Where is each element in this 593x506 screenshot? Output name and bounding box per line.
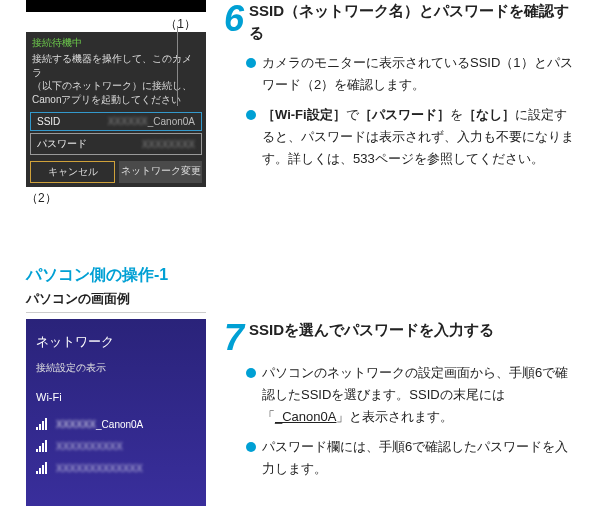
- bullet-dot-icon: [246, 58, 256, 68]
- step-6-title: SSID（ネットワーク名）とパスワードを確認する: [249, 0, 575, 44]
- pc-section-heading: パソコン側の操作-1 パソコンの画面例: [26, 265, 575, 313]
- ssid-field: SSID XXXXXX_Canon0A: [30, 112, 202, 131]
- pc-panel-header: ネットワーク: [36, 333, 196, 351]
- step-7-title: SSIDを選んでパスワードを入力する: [249, 319, 494, 341]
- pc-network-2-name: XXXXXXXXXX: [56, 441, 123, 452]
- callout-1-label: （1）: [165, 17, 196, 31]
- step-6-bullet-2: ［Wi-Fi設定］で［パスワード］を［なし］に設定すると、パスワードは表示されず…: [246, 104, 575, 170]
- wifi-signal-icon: [36, 418, 50, 430]
- step-7-bullet-1-text: パソコンのネットワークの設定画面から、手順6で確認したSSIDを選びます。SSI…: [262, 362, 575, 428]
- pc-network-item-3[interactable]: XXXXXXXXXXXXX: [36, 457, 196, 479]
- bullet-dot-icon: [246, 110, 256, 120]
- monitor-message: 接続する機器を操作して、このカメラ （以下のネットワーク）に接続し、 Canon…: [26, 52, 206, 110]
- pc-network-3-name: XXXXXXXXXXXXX: [56, 463, 143, 474]
- step-7-bullet-2: パスワード欄には、手順6で確認したパスワードを入力します。: [246, 436, 575, 480]
- step-7: 7 SSIDを選んでパスワードを入力する: [224, 319, 575, 354]
- step-6-bullet-1: カメラのモニターに表示されているSSID（1）とパスワード（2）を確認します。: [246, 52, 575, 96]
- ssid-value: XXXXXX_Canon0A: [108, 116, 195, 127]
- pc-network-1-name: XXXXXX_Canon0A: [56, 419, 143, 430]
- step-7-bullet-1: パソコンのネットワークの設定画面から、手順6で確認したSSIDを選びます。SSI…: [246, 362, 575, 428]
- wifi-signal-icon: [36, 440, 50, 452]
- callout-2-label: （2）: [26, 190, 206, 207]
- step-number-6: 6: [224, 0, 243, 35]
- password-field: パスワード XXXXXXXX: [30, 133, 202, 155]
- step-6-bullet-1-text: カメラのモニターに表示されているSSID（1）とパスワード（2）を確認します。: [262, 52, 575, 96]
- monitor-status: 接続待機中: [26, 34, 206, 52]
- step-6-bullet-2-text: ［Wi-Fi設定］で［パスワード］を［なし］に設定すると、パスワードは表示されず…: [262, 104, 575, 170]
- pc-section-subtitle: パソコンの画面例: [26, 290, 206, 313]
- password-label: パスワード: [37, 137, 87, 151]
- wifi-signal-icon: [36, 462, 50, 474]
- step-number-7: 7: [224, 319, 243, 354]
- camera-monitor: 接続待機中 接続する機器を操作して、このカメラ （以下のネットワーク）に接続し、…: [26, 32, 206, 187]
- cancel-button[interactable]: キャンセル: [30, 161, 115, 183]
- bullet-dot-icon: [246, 368, 256, 378]
- bullet-dot-icon: [246, 442, 256, 452]
- callout-1-line: [177, 26, 178, 106]
- pc-wifi-label: Wi-Fi: [36, 391, 196, 403]
- pc-network-item-1[interactable]: XXXXXX_Canon0A: [36, 413, 196, 435]
- pc-network-panel: ネットワーク 接続設定の表示 Wi-Fi XXXXXX_Canon0A XXXX…: [26, 319, 206, 506]
- network-change-button[interactable]: ネットワーク変更: [119, 161, 202, 183]
- monitor-top-crop: [26, 0, 206, 12]
- pc-panel-link[interactable]: 接続設定の表示: [36, 361, 196, 375]
- step-7-bullet-2-text: パスワード欄には、手順6で確認したパスワードを入力します。: [262, 436, 575, 480]
- password-value: XXXXXXXX: [142, 139, 195, 150]
- pc-network-item-2[interactable]: XXXXXXXXXX: [36, 435, 196, 457]
- pc-section-title: パソコン側の操作-1: [26, 265, 575, 286]
- step-6: 6 SSID（ネットワーク名）とパスワードを確認する: [224, 0, 575, 44]
- ssid-label: SSID: [37, 116, 60, 127]
